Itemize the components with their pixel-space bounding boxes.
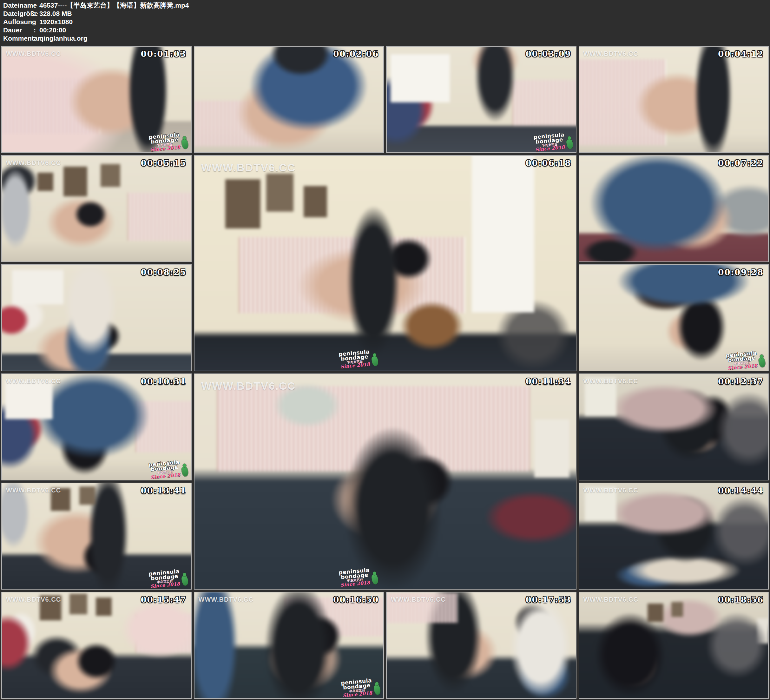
metadata-separator: :: [34, 10, 39, 18]
video-thumbnail: WWW.BDTV6.CC 00:05:15: [1, 155, 192, 262]
timestamp-overlay: 00:11:34: [526, 377, 571, 386]
metadata-label: Dauer: [3, 26, 34, 34]
site-watermark: WWW.BDTV6.CC: [6, 50, 61, 57]
studio-logo: peninsula bondage 半岛束艺台 Since 2018: [149, 568, 188, 589]
timestamp-overlay: 00:14:44: [718, 486, 764, 495]
timestamp-overlay: 00:06:18: [526, 158, 571, 168]
site-watermark: WWW.BDTV6.CC: [391, 596, 446, 603]
thumbnail-image-placeholder: [1, 592, 192, 699]
studio-logo-text: peninsula bondage 半岛束艺台 Since 2018: [533, 132, 566, 152]
site-watermark: WWW.BDTV6.CC: [6, 159, 61, 167]
thumbnail-image-placeholder: [1, 264, 192, 371]
thumbnail-image-placeholder: [386, 592, 576, 699]
video-thumbnail: 00:08:25: [1, 264, 192, 371]
timestamp-overlay: 00:10:31: [141, 377, 186, 386]
timestamp-overlay: 00:18:56: [718, 595, 764, 604]
thumbnail-image-placeholder: [579, 373, 769, 480]
video-thumbnail: WWW.BDTV6.CC 00:01:03 peninsula bondage …: [1, 46, 192, 153]
site-watermark: WWW.BDTV6.CC: [201, 380, 296, 392]
studio-logo: peninsula bondage 半岛束艺台 Since 2018: [341, 677, 381, 698]
studio-logo-text: peninsula bondage 半岛束艺台 Since 2018: [149, 460, 181, 480]
metadata-row-resolution: Auflösung : 1920x1080: [3, 18, 767, 26]
timestamp-overlay: 00:05:15: [141, 158, 186, 168]
metadata-label: Auflösung: [3, 18, 34, 26]
video-thumbnail: WWW.BDTV6.CC 00:17:53: [386, 592, 576, 699]
timestamp-overlay: 00:09:28: [718, 267, 764, 277]
metadata-value-filename: 46537----【半岛束艺台】【海语】新款高脚凳.mp4: [39, 1, 767, 10]
timestamp-overlay: 00:04:12: [718, 49, 764, 59]
video-thumbnail: 00:03:09 peninsula bondage 半岛束艺台 Since 2…: [386, 46, 576, 153]
timestamp-overlay: 00:13:41: [141, 486, 186, 495]
studio-logo-figure-icon: [374, 684, 381, 695]
metadata-row-filesize: Dateigröße : 328.08 MB: [3, 10, 767, 18]
video-thumbnail: WWW.BDTV6.CC 00:11:34 peninsula bondage …: [194, 373, 576, 590]
timestamp-overlay: 00:08:25: [141, 267, 186, 277]
thumbnail-image-placeholder: [579, 592, 769, 699]
metadata-value-filesize: 328.08 MB: [39, 10, 767, 18]
thumbnail-image-placeholder: [1, 155, 192, 262]
studio-logo-figure-icon: [181, 139, 188, 149]
metadata-label: Dateiname: [3, 1, 34, 10]
metadata-label: Dateigröße: [3, 10, 34, 18]
studio-logo-figure-icon: [181, 575, 188, 586]
studio-logo-text: peninsula bondage 半岛束艺台 Since 2018: [149, 569, 181, 589]
timestamp-overlay: 00:03:09: [526, 49, 571, 59]
studio-logo-figure-icon: [758, 357, 765, 368]
site-watermark: WWW.BDTV6.CC: [6, 596, 61, 603]
thumbnail-image-placeholder: [194, 155, 576, 371]
studio-logo: peninsula bondage 半岛束艺台 Since 2018: [533, 132, 573, 152]
metadata-value-comment: qinglanhua.org: [39, 34, 767, 42]
video-thumbnail: WWW.BDTV6.CC 00:18:56: [579, 592, 769, 699]
metadata-separator: :: [34, 34, 39, 42]
studio-logo-text: peninsula bondage 半岛束艺台 Since 2018: [338, 349, 371, 369]
metadata-row-duration: Dauer : 00:20:00: [3, 26, 767, 34]
site-watermark: WWW.BDTV6.CC: [6, 487, 61, 494]
timestamp-overlay: 00:12:37: [718, 377, 764, 386]
timestamp-overlay: 00:01:03: [141, 49, 186, 59]
thumbnail-image-placeholder: [579, 155, 769, 262]
thumbnail-grid: WWW.BDTV6.CC 00:01:03 peninsula bondage …: [1, 46, 769, 699]
metadata-value-duration: 00:20:00: [39, 26, 767, 34]
metadata-separator: :: [34, 1, 39, 10]
site-watermark: WWW.BDTV6.CC: [199, 596, 254, 603]
timestamp-overlay: 00:02:06: [333, 49, 379, 59]
thumbnail-image-placeholder: [579, 483, 769, 590]
studio-logo: peninsula bondage 半岛束艺台 Since 2018: [149, 459, 188, 480]
studio-logo-text: peninsula bondage 半岛束艺台 Since 2018: [341, 678, 373, 698]
video-thumbnail: WWW.BDTV6.CC 00:06:18 peninsula bondage …: [194, 155, 576, 371]
metadata-row-filename: Dateiname : 46537----【半岛束艺台】【海语】新款高脚凳.mp…: [3, 1, 767, 10]
timestamp-overlay: 00:17:53: [526, 595, 571, 604]
site-watermark: WWW.BDTV6.CC: [201, 162, 296, 174]
studio-logo: peninsula bondage 半岛束艺台 Since 2018: [726, 350, 765, 370]
thumbnail-image-placeholder: [194, 46, 384, 153]
video-thumbnail: WWW.BDTV6.CC 00:10:31 peninsula bondage …: [1, 373, 192, 480]
video-thumbnail: WWW.BDTV6.CC 00:13:41 peninsula bondage …: [1, 483, 192, 590]
timestamp-overlay: 00:15:47: [141, 595, 186, 604]
site-watermark: WWW.BDTV6.CC: [584, 596, 638, 603]
file-metadata-header: Dateiname : 46537----【半岛束艺台】【海语】新款高脚凳.mp…: [3, 1, 767, 42]
site-watermark: WWW.BDTV6.CC: [584, 378, 638, 385]
site-watermark: WWW.BDTV6.CC: [6, 378, 61, 385]
thumbnail-image-placeholder: [579, 46, 769, 153]
studio-logo-figure-icon: [371, 356, 379, 366]
studio-logo-figure-icon: [566, 139, 573, 149]
metadata-separator: :: [34, 26, 39, 34]
video-thumbnail: WWW.BDTV6.CC 00:12:37: [579, 373, 769, 480]
studio-logo-figure-icon: [371, 574, 379, 585]
metadata-separator: :: [34, 18, 39, 26]
video-thumbnail: 00:07:22: [579, 155, 769, 262]
contact-sheet: Dateiname : 46537----【半岛束艺台】【海语】新款高脚凳.mp…: [0, 0, 770, 700]
timestamp-overlay: 00:16:50: [333, 595, 379, 604]
studio-logo-text: peninsula bondage 半岛束艺台 Since 2018: [338, 568, 371, 587]
studio-logo: peninsula bondage 半岛束艺台 Since 2018: [338, 567, 379, 587]
timestamp-overlay: 00:07:22: [718, 158, 764, 168]
studio-logo-text: peninsula bondage 半岛束艺台 Since 2018: [149, 132, 181, 152]
site-watermark: WWW.BDTV6.CC: [584, 50, 638, 57]
thumbnail-image-placeholder: [194, 373, 576, 590]
video-thumbnail: 00:02:06: [194, 46, 384, 153]
studio-logo: peninsula bondage 半岛束艺台 Since 2018: [149, 132, 188, 152]
site-watermark: WWW.BDTV6.CC: [584, 487, 638, 494]
metadata-label: Kommentar: [3, 34, 34, 42]
studio-logo-figure-icon: [181, 466, 188, 477]
studio-logo: peninsula bondage 半岛束艺台 Since 2018: [338, 349, 379, 369]
